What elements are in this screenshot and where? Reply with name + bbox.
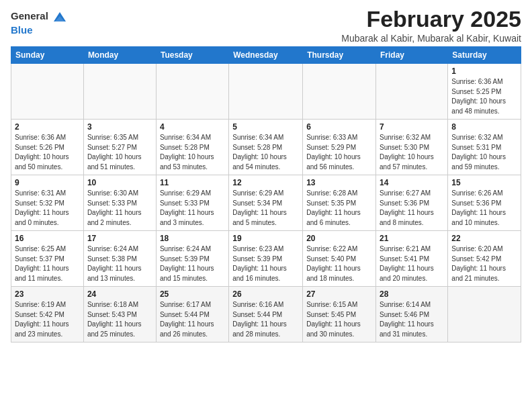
day-info: Sunrise: 6:17 AMSunset: 5:44 PMDaylight:… [160, 300, 225, 339]
logo-general-line: General [11, 9, 67, 24]
calendar-cell [83, 64, 156, 120]
day-info: Sunrise: 6:36 AMSunset: 5:25 PMDaylight:… [451, 77, 517, 116]
calendar-cell [448, 287, 521, 342]
day-number: 15 [451, 178, 517, 187]
calendar-cell: 12Sunrise: 6:29 AMSunset: 5:34 PMDayligh… [229, 175, 303, 231]
day-info: Sunrise: 6:29 AMSunset: 5:33 PMDaylight:… [160, 189, 225, 228]
day-info: Sunrise: 6:21 AMSunset: 5:41 PMDaylight:… [380, 244, 444, 283]
page: General Blue February 2025 Mubarak al Ka… [0, 0, 532, 349]
calendar-header-row: Sunday Monday Tuesday Wednesday Thursday… [11, 47, 521, 64]
day-info: Sunrise: 6:19 AMSunset: 5:42 PMDaylight:… [15, 300, 80, 339]
day-number: 22 [451, 234, 517, 243]
calendar-cell: 2Sunrise: 6:36 AMSunset: 5:26 PMDaylight… [11, 120, 84, 175]
location-title: Mubarak al Kabir, Mubarak al Kabir, Kuwa… [341, 33, 521, 44]
day-number: 20 [306, 234, 372, 243]
header-wednesday: Wednesday [229, 47, 303, 64]
day-number: 5 [232, 122, 299, 132]
day-info: Sunrise: 6:15 AMSunset: 5:45 PMDaylight:… [306, 300, 372, 339]
logo-icon [52, 9, 67, 24]
week-row-2: 9Sunrise: 6:31 AMSunset: 5:32 PMDaylight… [11, 175, 521, 231]
month-title: February 2025 [341, 7, 521, 32]
calendar: Sunday Monday Tuesday Wednesday Thursday… [11, 46, 521, 342]
calendar-cell: 14Sunrise: 6:27 AMSunset: 5:36 PMDayligh… [376, 175, 448, 231]
day-info: Sunrise: 6:32 AMSunset: 5:31 PMDaylight:… [451, 133, 517, 172]
day-info: Sunrise: 6:33 AMSunset: 5:29 PMDaylight:… [306, 133, 372, 172]
week-row-4: 23Sunrise: 6:19 AMSunset: 5:42 PMDayligh… [11, 287, 521, 342]
logo-general: General [11, 10, 48, 21]
day-number: 27 [306, 289, 372, 299]
day-number: 7 [380, 122, 444, 132]
calendar-cell: 4Sunrise: 6:34 AMSunset: 5:28 PMDaylight… [156, 120, 228, 175]
logo-text: General Blue [11, 9, 67, 36]
day-number: 11 [160, 178, 225, 187]
day-number: 17 [87, 234, 152, 243]
day-number: 10 [87, 178, 152, 187]
day-info: Sunrise: 6:20 AMSunset: 5:42 PMDaylight:… [451, 244, 517, 283]
day-number: 2 [15, 122, 80, 132]
day-info: Sunrise: 6:34 AMSunset: 5:28 PMDaylight:… [232, 133, 299, 172]
day-info: Sunrise: 6:18 AMSunset: 5:43 PMDaylight:… [87, 300, 152, 339]
header-tuesday: Tuesday [156, 47, 228, 64]
day-info: Sunrise: 6:36 AMSunset: 5:26 PMDaylight:… [15, 133, 80, 172]
day-info: Sunrise: 6:28 AMSunset: 5:35 PMDaylight:… [306, 189, 372, 228]
calendar-cell: 20Sunrise: 6:22 AMSunset: 5:40 PMDayligh… [303, 231, 376, 287]
day-number: 6 [306, 122, 372, 132]
header-monday: Monday [83, 47, 156, 64]
calendar-cell: 27Sunrise: 6:15 AMSunset: 5:45 PMDayligh… [303, 287, 376, 342]
calendar-cell: 3Sunrise: 6:35 AMSunset: 5:27 PMDaylight… [83, 120, 156, 175]
calendar-cell: 21Sunrise: 6:21 AMSunset: 5:41 PMDayligh… [376, 231, 448, 287]
day-info: Sunrise: 6:30 AMSunset: 5:33 PMDaylight:… [87, 189, 152, 228]
calendar-cell: 6Sunrise: 6:33 AMSunset: 5:29 PMDaylight… [303, 120, 376, 175]
day-number: 24 [87, 289, 152, 299]
calendar-cell: 19Sunrise: 6:23 AMSunset: 5:39 PMDayligh… [229, 231, 303, 287]
day-info: Sunrise: 6:14 AMSunset: 5:46 PMDaylight:… [380, 300, 444, 339]
day-number: 14 [380, 178, 444, 187]
header-thursday: Thursday [303, 47, 376, 64]
day-info: Sunrise: 6:27 AMSunset: 5:36 PMDaylight:… [380, 189, 444, 228]
day-number: 12 [232, 178, 299, 187]
day-number: 4 [160, 122, 225, 132]
day-number: 18 [160, 234, 225, 243]
calendar-cell: 28Sunrise: 6:14 AMSunset: 5:46 PMDayligh… [376, 287, 448, 342]
week-row-0: 1Sunrise: 6:36 AMSunset: 5:25 PMDaylight… [11, 64, 521, 120]
day-number: 3 [87, 122, 152, 132]
calendar-cell [229, 64, 303, 120]
calendar-cell: 5Sunrise: 6:34 AMSunset: 5:28 PMDaylight… [229, 120, 303, 175]
calendar-cell [303, 64, 376, 120]
header: General Blue February 2025 Mubarak al Ka… [11, 7, 521, 44]
calendar-cell: 9Sunrise: 6:31 AMSunset: 5:32 PMDaylight… [11, 175, 84, 231]
calendar-cell: 23Sunrise: 6:19 AMSunset: 5:42 PMDayligh… [11, 287, 84, 342]
day-number: 28 [380, 289, 444, 299]
day-info: Sunrise: 6:26 AMSunset: 5:36 PMDaylight:… [451, 189, 517, 228]
calendar-cell: 25Sunrise: 6:17 AMSunset: 5:44 PMDayligh… [156, 287, 228, 342]
day-info: Sunrise: 6:32 AMSunset: 5:30 PMDaylight:… [380, 133, 444, 172]
day-number: 13 [306, 178, 372, 187]
calendar-cell: 10Sunrise: 6:30 AMSunset: 5:33 PMDayligh… [83, 175, 156, 231]
logo: General Blue [11, 9, 67, 36]
day-number: 23 [15, 289, 80, 299]
header-sunday: Sunday [11, 47, 84, 64]
logo-blue: Blue [11, 24, 33, 36]
calendar-cell: 11Sunrise: 6:29 AMSunset: 5:33 PMDayligh… [156, 175, 228, 231]
day-number: 16 [15, 234, 80, 243]
calendar-cell: 16Sunrise: 6:25 AMSunset: 5:37 PMDayligh… [11, 231, 84, 287]
calendar-cell [11, 64, 84, 120]
calendar-cell: 7Sunrise: 6:32 AMSunset: 5:30 PMDaylight… [376, 120, 448, 175]
calendar-cell: 1Sunrise: 6:36 AMSunset: 5:25 PMDaylight… [448, 64, 521, 120]
day-number: 19 [232, 234, 299, 243]
day-number: 8 [451, 122, 517, 132]
day-info: Sunrise: 6:25 AMSunset: 5:37 PMDaylight:… [15, 244, 80, 283]
day-info: Sunrise: 6:22 AMSunset: 5:40 PMDaylight:… [306, 244, 372, 283]
calendar-cell: 15Sunrise: 6:26 AMSunset: 5:36 PMDayligh… [448, 175, 521, 231]
header-saturday: Saturday [448, 47, 521, 64]
calendar-cell: 18Sunrise: 6:24 AMSunset: 5:39 PMDayligh… [156, 231, 228, 287]
day-number: 26 [232, 289, 299, 299]
calendar-cell: 8Sunrise: 6:32 AMSunset: 5:31 PMDaylight… [448, 120, 521, 175]
day-info: Sunrise: 6:23 AMSunset: 5:39 PMDaylight:… [232, 244, 299, 283]
calendar-cell: 17Sunrise: 6:24 AMSunset: 5:38 PMDayligh… [83, 231, 156, 287]
header-friday: Friday [376, 47, 448, 64]
day-number: 1 [451, 66, 517, 76]
day-info: Sunrise: 6:24 AMSunset: 5:39 PMDaylight:… [160, 244, 225, 283]
day-number: 9 [15, 178, 80, 187]
day-number: 25 [160, 289, 225, 299]
